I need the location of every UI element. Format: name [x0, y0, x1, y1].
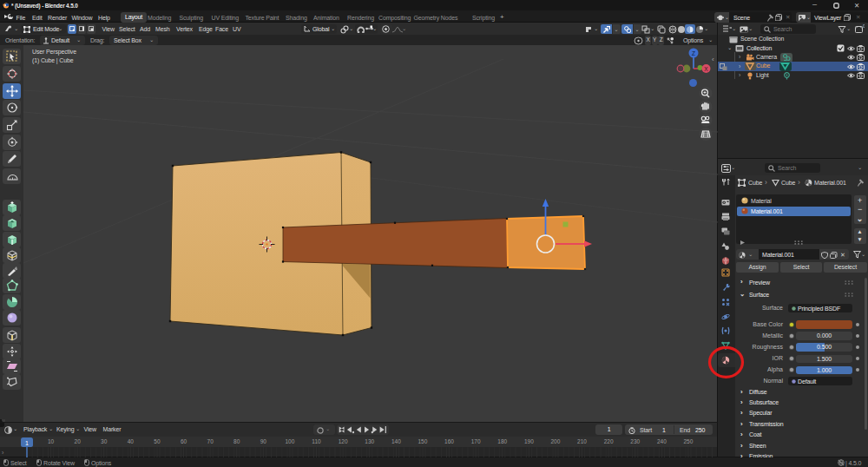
- svg-text:190: 190: [524, 438, 534, 444]
- svg-text:90: 90: [260, 438, 267, 444]
- svg-text:120: 120: [339, 438, 348, 444]
- svg-text:30: 30: [101, 438, 108, 444]
- svg-text:0: 0: [863, 24, 865, 29]
- svg-text:230: 230: [630, 438, 640, 444]
- svg-text:200: 200: [551, 438, 561, 444]
- svg-text:220: 220: [604, 438, 614, 444]
- svg-text:40: 40: [128, 438, 135, 444]
- svg-text:Z: Z: [692, 50, 695, 56]
- svg-text:X: X: [704, 66, 708, 72]
- svg-text:210: 210: [577, 438, 587, 444]
- svg-text:140: 140: [391, 438, 401, 444]
- svg-text:160: 160: [444, 438, 454, 444]
- svg-text:60: 60: [181, 438, 187, 444]
- svg-text:20: 20: [75, 438, 82, 444]
- svg-text:›: ›: [2, 450, 4, 456]
- svg-text:1: 1: [25, 440, 29, 446]
- svg-text:50: 50: [154, 438, 161, 444]
- svg-text:10: 10: [48, 438, 55, 444]
- svg-text:70: 70: [207, 438, 214, 444]
- svg-text:250: 250: [684, 438, 694, 444]
- svg-text:80: 80: [233, 438, 240, 444]
- svg-text:‹: ‹: [712, 56, 714, 63]
- svg-text:150: 150: [418, 438, 428, 444]
- svg-text:110: 110: [312, 438, 321, 444]
- svg-text:240: 240: [657, 438, 667, 444]
- svg-text:100: 100: [286, 438, 295, 444]
- svg-text:180: 180: [497, 438, 507, 444]
- svg-text:130: 130: [365, 438, 374, 444]
- svg-text:170: 170: [471, 438, 481, 444]
